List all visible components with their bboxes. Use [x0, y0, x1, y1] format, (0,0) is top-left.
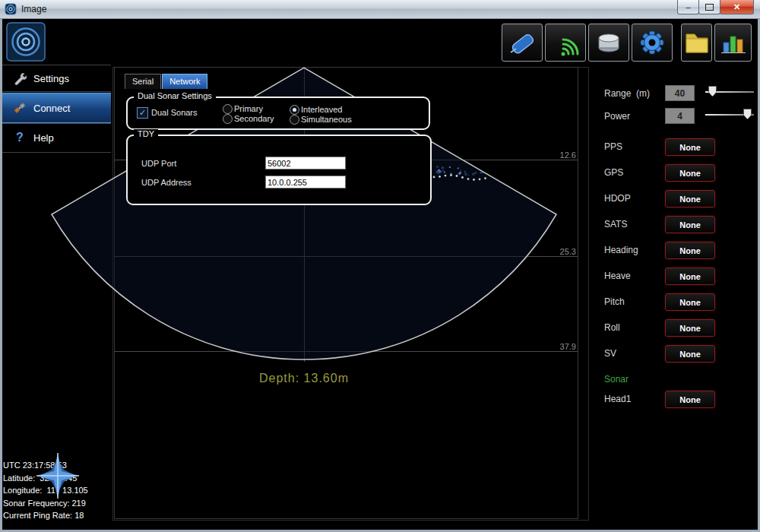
radio-interleaved[interactable] [290, 105, 299, 115]
chart-icon [717, 27, 749, 58]
sonar-fan-display [0, 0, 760, 532]
range-tick-3: 37.9 [544, 342, 576, 351]
folder-icon [683, 27, 711, 58]
tab-serial[interactable]: Serial [125, 74, 161, 89]
radio-interleaved-label: Interleaved [301, 105, 342, 114]
sidebar-item-connect[interactable]: Connect [0, 93, 111, 123]
window-title: Image [21, 4, 46, 14]
power-slider[interactable] [705, 108, 754, 121]
power-value: 4 [665, 108, 695, 124]
transducer-toolbar-button[interactable] [502, 24, 543, 62]
titlebar[interactable]: Image [0, 0, 760, 19]
depth-readout: Depth: 13.60m [228, 372, 380, 385]
heave-label: Heave [604, 271, 631, 281]
sats-none-button[interactable]: None [665, 216, 715, 233]
sidebar-label-help: Help [33, 132, 54, 144]
dual-sonar-group-title: Dual Sonar Settings [134, 91, 216, 100]
hdop-label: HDOP [604, 193, 631, 204]
head1-none-button[interactable]: None [665, 391, 715, 408]
sonar-section-label: Sonar [604, 374, 629, 385]
hdop-none-button[interactable]: None [665, 190, 715, 207]
close-button[interactable]: ✕ [720, 0, 754, 14]
power-slider-handle[interactable] [743, 109, 752, 119]
heading-label: Heading [604, 245, 638, 255]
app-logo-sonar-icon[interactable] [6, 22, 46, 62]
udp-port-label: UDP Port [141, 159, 176, 168]
roll-label: Roll [604, 322, 620, 333]
heading-none-button[interactable]: None [665, 242, 715, 259]
radio-simultaneous-label: Simultaneous [301, 115, 352, 124]
status-ping-rate: Current Ping Rate: 18 [3, 509, 88, 522]
settings-gear-toolbar-button[interactable] [632, 24, 673, 62]
disk-icon [590, 25, 628, 60]
dual-sonar-settings-group: Dual Sonar Settings Dual Sonars Primary … [126, 97, 430, 130]
head1-label: Head1 [604, 394, 631, 404]
range-value: 40 [665, 85, 695, 101]
chart-toolbar-button[interactable] [714, 24, 752, 62]
gps-label: GPS [604, 167, 623, 178]
radio-primary[interactable] [223, 104, 233, 114]
pps-label: PPS [604, 141, 622, 152]
folder-toolbar-button[interactable] [681, 24, 712, 62]
radio-primary-label: Primary [234, 104, 263, 113]
power-label: Power [604, 111, 630, 122]
udp-address-input[interactable] [265, 176, 346, 188]
app-icon [5, 3, 17, 15]
wrench-icon [12, 71, 27, 86]
sidebar-label-connect: Connect [33, 103, 70, 114]
disk-toolbar-button[interactable] [588, 24, 629, 62]
compass-star-logo [33, 453, 82, 499]
range-label: Range (m) [604, 88, 650, 99]
udp-port-input[interactable] [265, 157, 346, 169]
maximize-button[interactable] [698, 0, 720, 14]
radio-simultaneous[interactable] [290, 115, 299, 125]
sv-none-button[interactable]: None [665, 345, 715, 363]
sonar-beam-icon [546, 25, 584, 60]
tdy-group-title: TDY [134, 129, 158, 138]
sidebar-label-settings: Settings [33, 73, 69, 84]
gear-icon [633, 25, 671, 60]
pps-none-button[interactable]: None [665, 138, 715, 156]
sidebar-item-help[interactable]: ? Help [0, 125, 111, 150]
dual-sonars-checkbox[interactable] [137, 107, 148, 119]
range-slider-handle[interactable] [708, 86, 717, 97]
radio-secondary[interactable] [223, 114, 233, 124]
pitch-label: Pitch [604, 296, 625, 307]
sonar-beam-toolbar-button[interactable] [545, 24, 586, 62]
sidebar-item-settings[interactable]: Settings [0, 65, 111, 91]
plug-icon [12, 100, 27, 116]
dual-sonars-checkbox-label: Dual Sonars [151, 108, 198, 117]
gps-none-button[interactable]: None [665, 164, 715, 182]
radio-secondary-label: Secondary [234, 114, 274, 123]
tdy-group: TDY UDP Port UDP Address [126, 135, 432, 205]
question-icon: ? [12, 130, 27, 145]
range-tick-2: 25.3 [544, 247, 576, 256]
roll-none-button[interactable]: None [665, 319, 715, 337]
tab-network[interactable]: Network [162, 74, 207, 89]
heave-none-button[interactable]: None [665, 268, 715, 285]
sv-label: SV [604, 348, 616, 359]
settings-tabs: Serial Network [125, 74, 208, 89]
range-tick-1: 12.6 [544, 150, 576, 160]
pitch-none-button[interactable]: None [665, 293, 715, 311]
range-slider[interactable] [705, 85, 754, 98]
udp-address-label: UDP Address [141, 178, 192, 187]
transducer-icon [503, 25, 541, 60]
sats-label: SATS [604, 219, 627, 230]
app-window: 12.6 25.3 37.9 Depth: 13.60m Image – ✕ [0, 0, 760, 532]
minimize-button[interactable]: – [677, 0, 699, 14]
